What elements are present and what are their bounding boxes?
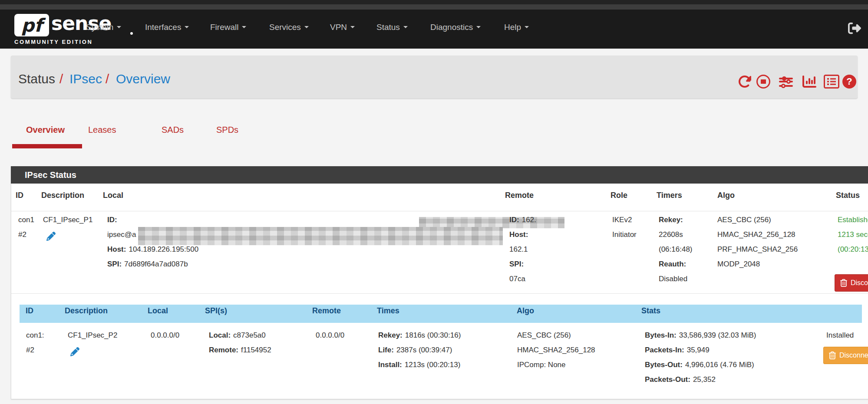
col-header-algo: Algo bbox=[717, 191, 735, 200]
disconnect-child-sa-button[interactable]: Disconnect bbox=[823, 347, 868, 364]
pfsense-logo[interactable]: pf bbox=[14, 14, 49, 36]
tunnel-row-remote: ID:162. Host: 162.1 SPI: 07ca bbox=[509, 213, 536, 286]
logout-icon[interactable] bbox=[848, 22, 861, 35]
disconnect-button-label: Disconnect bbox=[839, 351, 868, 359]
breadcrumb-link-ipsec[interactable]: IPsec bbox=[69, 72, 102, 86]
window-top-strip bbox=[0, 0, 868, 4]
log-list-icon[interactable] bbox=[823, 75, 840, 89]
child-col-header-times: Times bbox=[377, 306, 399, 315]
child-col-header-description: Description bbox=[65, 306, 108, 315]
col-header-timers: Timers bbox=[657, 191, 682, 200]
nav-menu-vpn-label: VPN bbox=[330, 23, 347, 32]
tunnel-row-status: Established 1213 seconds (00:20:13) bbox=[838, 213, 868, 257]
panel-title: IPsec Status bbox=[25, 166, 76, 184]
child-sa-row-spis: Local:c873e5a0 Remote:f1154952 bbox=[209, 328, 271, 358]
logo-edition-label: COMMUNITY EDITION bbox=[14, 39, 92, 45]
nav-menu-status[interactable]: Status bbox=[376, 23, 408, 34]
child-col-header-id: ID bbox=[26, 306, 33, 315]
logo-pf-text: pf bbox=[21, 15, 42, 36]
stop-service-icon[interactable] bbox=[756, 75, 771, 89]
tab-leases[interactable]: Leases bbox=[88, 125, 116, 135]
caret-down-icon bbox=[185, 26, 189, 28]
caret-down-icon bbox=[403, 26, 408, 28]
tunnel-row-algo: AES_CBC (256) HMAC_SHA2_256_128 PRF_HMAC… bbox=[717, 213, 798, 272]
nav-menu-status-label: Status bbox=[376, 23, 400, 32]
child-col-header-spis: SPI(s) bbox=[205, 306, 227, 315]
restart-service-icon[interactable] bbox=[737, 75, 752, 89]
caret-down-icon bbox=[242, 26, 246, 28]
child-sa-row-description: CF1_IPsec_P2 bbox=[68, 328, 117, 343]
nav-menu-diagnostics-label: Diagnostics bbox=[430, 23, 473, 32]
nav-menu-vpn[interactable]: VPN bbox=[330, 23, 355, 34]
nav-menu-diagnostics[interactable]: Diagnostics bbox=[430, 23, 481, 34]
nav-menu-interfaces-label: Interfaces bbox=[145, 23, 181, 32]
logo-registered-dot bbox=[130, 32, 133, 35]
tab-overview[interactable]: Overview bbox=[26, 125, 65, 135]
ipsec-status-panel-header bbox=[11, 166, 868, 184]
col-header-status: Status bbox=[836, 191, 860, 200]
caret-down-icon bbox=[350, 26, 355, 28]
trash-icon bbox=[840, 279, 847, 287]
edit-pencil-icon[interactable] bbox=[46, 232, 56, 241]
breadcrumb-separator: / bbox=[106, 72, 109, 86]
nav-menu-help-label: Help bbox=[504, 23, 521, 32]
nav-menu-help[interactable]: Help bbox=[504, 23, 529, 34]
disconnect-tunnel-button[interactable]: Disconnect bbox=[835, 274, 868, 292]
nav-menu-system[interactable]: System bbox=[86, 23, 121, 34]
row-divider bbox=[11, 293, 868, 294]
help-icon[interactable] bbox=[842, 75, 856, 89]
col-header-id: ID bbox=[16, 191, 23, 200]
redaction-block bbox=[138, 227, 503, 245]
header-divider bbox=[11, 211, 868, 211]
traffic-graph-icon[interactable] bbox=[800, 75, 818, 89]
active-tab-underline bbox=[12, 144, 82, 148]
window-title-strip bbox=[0, 4, 868, 10]
child-col-header-algo: Algo bbox=[517, 306, 534, 315]
nav-menu-services[interactable]: Services bbox=[269, 23, 309, 34]
col-header-remote: Remote bbox=[505, 191, 534, 200]
child-sa-row-algo: AES_CBC (256) HMAC_SHA2_256_128 IPComp: … bbox=[517, 328, 595, 372]
trash-icon bbox=[829, 351, 836, 359]
tunnel-row-role: IKEv2 Initiator bbox=[612, 213, 637, 242]
disconnect-button-label: Disconnect bbox=[851, 279, 868, 287]
breadcrumb-link-overview[interactable]: Overview bbox=[116, 72, 170, 86]
settings-sliders-icon[interactable] bbox=[776, 75, 795, 89]
child-sa-row-status: Installed bbox=[826, 328, 854, 343]
pfsense-ipsec-overview-page: { "navbar": { "brand_pf": "pf", "brand_s… bbox=[0, 0, 868, 404]
child-sa-row-id: con1: #2 bbox=[26, 328, 44, 358]
nav-menu-services-label: Services bbox=[269, 23, 301, 32]
tab-spds[interactable]: SPDs bbox=[216, 125, 238, 135]
tab-sads[interactable]: SADs bbox=[162, 125, 184, 135]
breadcrumb-separator: / bbox=[59, 72, 63, 86]
child-col-header-local: Local bbox=[148, 306, 168, 315]
nav-menu-firewall[interactable]: Firewall bbox=[210, 23, 246, 34]
nav-menu-firewall-label: Firewall bbox=[210, 23, 238, 32]
child-sa-row-stats: Bytes-In:33,586,939 (32.03 MiB) Packets-… bbox=[645, 328, 756, 387]
col-header-role: Role bbox=[611, 191, 627, 200]
tunnel-row-description: CF1_IPsec_P1 bbox=[43, 213, 92, 227]
child-col-header-stats: Stats bbox=[641, 306, 660, 315]
child-sa-header-band bbox=[20, 305, 862, 323]
col-header-local: Local bbox=[103, 191, 123, 200]
nav-menu-system-label: System bbox=[86, 23, 113, 32]
breadcrumb-root: Status bbox=[18, 72, 55, 86]
tunnel-row-timers: Rekey: 22608s (06:16:48) Reauth: Disable… bbox=[659, 213, 693, 286]
child-sa-row-local: 0.0.0.0/0 bbox=[151, 328, 179, 343]
child-sa-row-times: Rekey:1816s (00:30:16) Life:2387s (00:39… bbox=[378, 328, 461, 372]
edit-pencil-icon[interactable] bbox=[70, 347, 79, 356]
col-header-description: Description bbox=[41, 191, 84, 200]
nav-menu-interfaces[interactable]: Interfaces bbox=[145, 23, 189, 34]
caret-down-icon bbox=[525, 26, 529, 28]
tunnel-row-id: con1 #2 bbox=[18, 213, 34, 242]
caret-down-icon bbox=[476, 26, 481, 28]
child-col-header-remote: Remote bbox=[312, 306, 341, 315]
caret-down-icon bbox=[304, 26, 309, 28]
caret-down-icon bbox=[117, 26, 121, 28]
child-sa-row-remote: 0.0.0.0/0 bbox=[316, 328, 344, 343]
